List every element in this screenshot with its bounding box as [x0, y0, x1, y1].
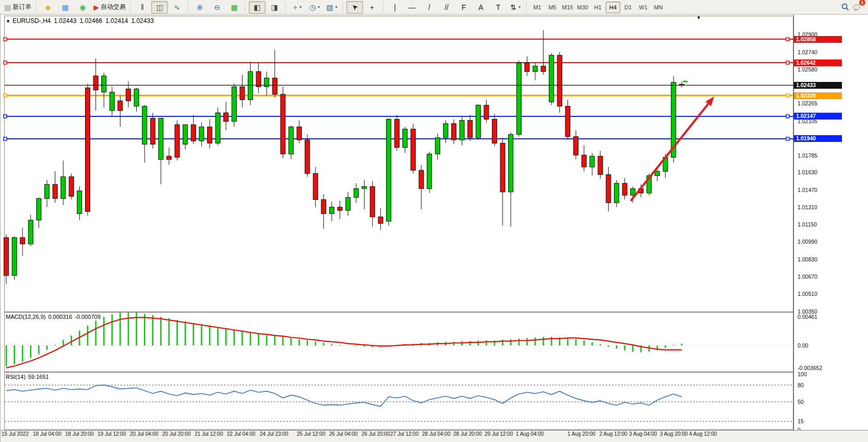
quotes-icon: ◆ — [45, 4, 51, 11]
periods-icon[interactable]: ◷▾ — [306, 1, 323, 14]
timeframe-m15[interactable]: M15 — [560, 2, 575, 13]
horizontal-line-icon: — — [408, 4, 416, 11]
toolbar-separator — [285, 2, 286, 13]
crosshair-icon: + — [370, 4, 374, 11]
ohlc-high: 1.02466 — [80, 17, 102, 25]
timeframe-bar: M1M5M15M30H1H4D1W1MN — [530, 2, 666, 13]
chevron-down-icon: ▾ — [318, 5, 320, 9]
vertical-line-icon: | — [394, 4, 396, 11]
chevron-down-icon: ▾ — [335, 5, 337, 9]
shapes-icon: ⇅ — [510, 4, 516, 11]
templates-icon[interactable]: ▧▾ — [323, 1, 340, 14]
zoom-out-icon[interactable]: ⊖ — [209, 1, 225, 14]
horizontal-line-icon[interactable]: — — [404, 1, 420, 14]
text-icon: A — [478, 4, 483, 11]
shapes-icon[interactable]: ⇅▾ — [507, 1, 524, 14]
autotrading-button[interactable]: ▶自动交易 — [91, 1, 128, 14]
toolbar-separator — [245, 2, 246, 13]
quotes-icon[interactable]: ◆ — [40, 1, 56, 14]
timeframe-d1[interactable]: D1 — [621, 2, 635, 13]
new-order-button[interactable]: ▤新订单 — [2, 1, 33, 14]
macd-indicator-label: MACD(12,26,9)0.000316-0.000709 — [6, 314, 103, 320]
toolbar-separator — [36, 2, 37, 13]
toolbar-separator — [343, 2, 344, 13]
periods-icon: ◷ — [309, 4, 316, 11]
new-chart-icon: + — [293, 4, 297, 11]
macd-signal-value: -0.000709 — [75, 314, 101, 320]
autotrading-button-label: 自动交易 — [101, 3, 126, 11]
tile-windows-icon[interactable]: ▦ — [226, 1, 243, 14]
rsi-value: 59.1651 — [28, 374, 49, 380]
chart-shift-icon[interactable]: ◨ — [266, 1, 283, 14]
fibonacci-icon[interactable]: F — [455, 1, 472, 14]
candlestick-chart-icon: ◫ — [156, 4, 163, 11]
ohlc-open: 1.02443 — [54, 17, 76, 25]
chart-shift-marker-icon[interactable]: ▼ — [696, 15, 701, 20]
signals-icon: ◉ — [79, 4, 86, 11]
zoom-in-icon[interactable]: ⊕ — [191, 1, 208, 14]
timeframe-m1[interactable]: M1 — [530, 2, 545, 13]
auto-arrange-icon: ◧ — [254, 4, 260, 11]
timeframe-m30[interactable]: M30 — [575, 2, 590, 13]
macd-value: 0.000316 — [48, 314, 72, 320]
tile-windows-icon: ▦ — [231, 4, 237, 11]
chart-title: ▼EURUSD-,H41.024431.024661.024141.02433 — [6, 17, 157, 25]
new-order-icon: ▤ — [4, 4, 11, 11]
timeframe-m5[interactable]: M5 — [545, 2, 560, 13]
ohlc-close: 1.02433 — [131, 17, 153, 25]
trendline-icon: / — [428, 4, 430, 11]
notification-badge: 1 — [859, 0, 865, 6]
text-label-icon: T — [496, 4, 501, 11]
chevron-down-icon: ▾ — [299, 5, 302, 9]
chevron-down-icon: ▾ — [519, 5, 521, 9]
main-toolbar: ▤新订单◆▦◉▶自动交易‖◫∿⊕⊖▦◧◨+▾◷▾▧▾➤+|—///FAT⇅▾ M… — [0, 0, 868, 15]
timeframe-h1[interactable]: H1 — [590, 2, 605, 13]
search-icon[interactable] — [839, 2, 851, 13]
chart-collapse-icon[interactable]: ▼ — [6, 19, 10, 24]
bar-chart-icon[interactable]: ‖ — [134, 1, 151, 14]
crosshair-icon[interactable]: + — [364, 1, 380, 14]
chart-window-icon[interactable]: ▦ — [57, 1, 74, 14]
cursor-icon[interactable]: ➤ — [346, 1, 363, 14]
vertical-line-icon[interactable]: | — [387, 1, 403, 14]
signals-icon[interactable]: ◉ — [74, 1, 91, 14]
auto-arrange-icon[interactable]: ◧ — [249, 1, 266, 14]
new-order-button-label: 新订单 — [13, 3, 31, 11]
cursor-icon: ➤ — [350, 2, 359, 11]
rsi-indicator-label: RSI(14)59.1651 — [6, 374, 52, 380]
macd-name: MACD(12,26,9) — [6, 314, 45, 320]
autotrading-icon: ▶ — [93, 4, 99, 11]
candlestick-chart-icon[interactable]: ◫ — [151, 1, 168, 14]
timeframe-w1[interactable]: W1 — [636, 2, 650, 13]
toolbar-separator — [383, 2, 384, 13]
toolbar-separator — [188, 2, 189, 13]
toolbar-separator — [130, 2, 131, 13]
chart-window[interactable]: 1.029001.027401.025801.022651.021051.017… — [0, 15, 868, 442]
line-chart-icon: ∿ — [174, 4, 180, 11]
zoom-out-icon: ⊖ — [214, 4, 220, 11]
line-chart-icon[interactable]: ∿ — [168, 1, 185, 14]
notifications-icon[interactable]: 1 — [851, 2, 863, 13]
fibonacci-icon: F — [462, 4, 466, 11]
text-icon[interactable]: A — [473, 1, 489, 14]
new-chart-icon[interactable]: +▾ — [289, 1, 306, 14]
timeframe-mn[interactable]: MN — [651, 2, 666, 13]
chart-shift-icon: ◨ — [271, 4, 278, 11]
toolbar-separator — [526, 2, 527, 13]
timeframe-h4[interactable]: H4 — [606, 2, 620, 13]
chart-canvas[interactable] — [1, 15, 868, 442]
chart-window-icon: ▦ — [62, 4, 69, 11]
text-label-icon[interactable]: T — [490, 1, 507, 14]
rsi-name: RSI(14) — [6, 374, 26, 380]
channel-icon: // — [444, 4, 449, 11]
time-axis-strip[interactable] — [1, 430, 868, 442]
trendline-icon[interactable]: / — [421, 1, 438, 14]
ohlc-low: 1.02414 — [105, 17, 128, 25]
zoom-in-icon: ⊕ — [197, 4, 203, 11]
bar-chart-icon: ‖ — [141, 4, 144, 11]
templates-icon: ▧ — [326, 4, 333, 11]
symbol-period: EURUSD-,H4 — [13, 17, 51, 25]
channel-icon[interactable]: // — [438, 1, 455, 14]
